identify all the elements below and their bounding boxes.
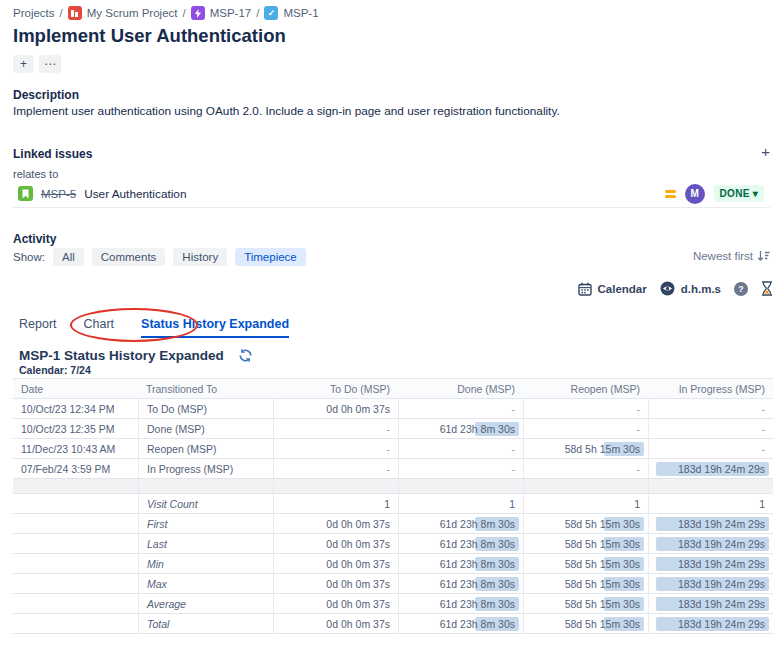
spacer-cell xyxy=(13,479,138,493)
cell-duration: 0d 0h 0m 37s xyxy=(273,514,398,533)
status-badge[interactable]: DONE ▾ xyxy=(714,185,764,202)
cell-duration: 183d 19h 24m 29s xyxy=(648,574,773,593)
cell-duration: 61d 23h 8m 30s xyxy=(398,514,523,533)
summary-label: Last xyxy=(138,534,273,553)
cell-date: 10/Oct/23 12:35 PM xyxy=(13,419,138,438)
hourglass-icon xyxy=(761,281,773,296)
task-icon: ✓ xyxy=(264,6,278,20)
cell-duration: - xyxy=(273,419,398,438)
duration-value: 61d 23h 8m 30s xyxy=(440,574,523,593)
cell-duration: - xyxy=(398,439,523,458)
breadcrumb-projects[interactable]: Projects xyxy=(13,7,55,19)
cell-duration: 0d 0h 0m 37s xyxy=(273,614,398,633)
duration-value: 1 xyxy=(759,494,773,513)
time-format-button[interactable]: d.h.m.s xyxy=(660,281,721,296)
spacer-cell xyxy=(648,479,773,493)
help-icon[interactable]: ? xyxy=(734,282,748,296)
table-row: 07/Feb/24 3:59 PMIn Progress (MSP)---183… xyxy=(13,458,773,478)
status-badge-label: DONE xyxy=(720,188,750,199)
cell-duration: 58d 5h 15m 30s xyxy=(523,514,648,533)
summary-label: First xyxy=(138,514,273,533)
summary-label: Average xyxy=(138,594,273,613)
column-header: Reopen (MSP) xyxy=(523,379,648,398)
cell-duration: 183d 19h 24m 29s xyxy=(648,534,773,553)
duration-value: 183d 19h 24m 29s xyxy=(678,554,773,573)
duration-value: 183d 19h 24m 29s xyxy=(678,614,773,633)
timepiece-tabs: Report Chart Status History Expanded xyxy=(19,317,289,338)
add-linked-issue-button[interactable]: + xyxy=(761,143,770,160)
cell-date xyxy=(13,534,138,553)
linked-issue-summary[interactable]: User Authentication xyxy=(84,187,186,201)
calendar-label: Calendar xyxy=(598,283,647,295)
summary-row: Average0d 0h 0m 37s61d 23h 8m 30s58d 5h … xyxy=(13,593,773,613)
breadcrumb-project[interactable]: My Scrum Project xyxy=(87,7,178,19)
duration-value: 183d 19h 24m 29s xyxy=(678,594,773,613)
cell-date xyxy=(13,594,138,613)
cell-date xyxy=(13,554,138,573)
story-icon xyxy=(18,186,33,201)
filter-all[interactable]: All xyxy=(53,248,84,266)
more-actions-button[interactable]: ⋯ xyxy=(39,55,61,73)
duration-value: 0d 0h 0m 37s xyxy=(326,554,398,573)
breadcrumb-epic[interactable]: MSP-17 xyxy=(210,7,252,19)
cell-duration: - xyxy=(273,439,398,458)
time-format-label: d.h.m.s xyxy=(681,283,721,295)
tab-status-history-expanded[interactable]: Status History Expanded xyxy=(141,317,289,338)
avatar: M xyxy=(685,184,705,204)
epic-icon xyxy=(191,6,205,20)
spacer-cell xyxy=(398,479,523,493)
chevron-down-icon: ▾ xyxy=(753,188,758,199)
duration-value: - xyxy=(637,459,649,478)
cell-duration: 0d 0h 0m 37s xyxy=(273,594,398,613)
refresh-button[interactable] xyxy=(238,348,253,366)
sort-order-toggle[interactable]: Newest first xyxy=(693,250,770,262)
link-relation-label: relates to xyxy=(13,168,58,180)
summary-row: Last0d 0h 0m 37s61d 23h 8m 30s58d 5h 15m… xyxy=(13,533,773,553)
cell-duration: 58d 5h 15m 30s xyxy=(523,574,648,593)
duration-value: 58d 5h 15m 30s xyxy=(565,439,648,458)
cell-duration: - xyxy=(398,399,523,418)
cell-date xyxy=(13,614,138,633)
description-body: Implement user authentication using OAut… xyxy=(13,104,560,118)
linked-issue-key[interactable]: MSP-5 xyxy=(41,188,76,200)
linked-issue-row: MSP-5 User Authentication M DONE ▾ xyxy=(13,181,770,206)
cell-duration: - xyxy=(648,399,773,418)
filter-comments[interactable]: Comments xyxy=(92,248,166,266)
duration-value: 0d 0h 0m 37s xyxy=(326,534,398,553)
duration-value: 58d 5h 15m 30s xyxy=(565,594,648,613)
summary-row: Visit Count1111 xyxy=(13,493,773,513)
cell-duration: 0d 0h 0m 37s xyxy=(273,574,398,593)
summary-label: Visit Count xyxy=(138,494,273,513)
tab-report[interactable]: Report xyxy=(19,317,57,338)
column-header: Transitioned To xyxy=(138,379,273,398)
tab-chart[interactable]: Chart xyxy=(84,317,115,338)
breadcrumb-separator: / xyxy=(183,7,186,19)
section-divider xyxy=(13,207,770,208)
duration-value: 183d 19h 24m 29s xyxy=(678,459,773,478)
priority-medium-icon xyxy=(665,190,676,198)
filter-history[interactable]: History xyxy=(173,248,227,266)
duration-value: - xyxy=(512,459,524,478)
table-row: 10/Oct/23 12:35 PMDone (MSP)-61d 23h 8m … xyxy=(13,418,773,438)
duration-value: - xyxy=(762,399,774,418)
panel-title: MSP-1 Status History Expanded xyxy=(19,348,224,363)
duration-value: 58d 5h 15m 30s xyxy=(565,554,648,573)
summary-label: Total xyxy=(138,614,273,633)
column-header: In Progress (MSP) xyxy=(648,379,773,398)
timepiece-toolbar: Calendar d.h.m.s ? xyxy=(578,281,773,296)
cell-duration: 1 xyxy=(523,494,648,513)
add-button[interactable]: + xyxy=(13,55,34,73)
filter-timepiece[interactable]: Timepiece xyxy=(235,248,306,266)
calendar-button[interactable]: Calendar xyxy=(578,282,647,296)
cell-duration: 61d 23h 8m 30s xyxy=(398,419,523,438)
cell-duration: 1 xyxy=(273,494,398,513)
spacer-row xyxy=(13,478,773,493)
table-row: 10/Oct/23 12:34 PMTo Do (MSP)0d 0h 0m 37… xyxy=(13,398,773,418)
breadcrumb-separator: / xyxy=(60,7,63,19)
breadcrumb-issue[interactable]: MSP-1 xyxy=(283,7,318,19)
duration-value: 0d 0h 0m 37s xyxy=(326,399,398,418)
duration-value: 61d 23h 8m 30s xyxy=(440,514,523,533)
cell-duration: 183d 19h 24m 29s xyxy=(648,554,773,573)
cell-duration: 183d 19h 24m 29s xyxy=(648,614,773,633)
cell-duration: - xyxy=(523,399,648,418)
